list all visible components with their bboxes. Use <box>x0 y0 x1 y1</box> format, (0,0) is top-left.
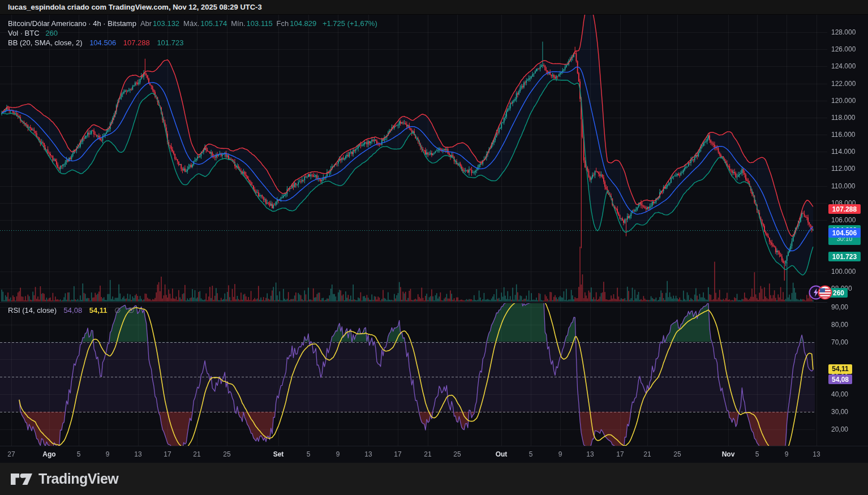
price-tick-label: 110.000 <box>831 182 856 190</box>
time-tick-label: 21 <box>424 446 431 462</box>
symbol-legend-row[interactable]: Bitcoin/Dólar Americano · 4h · BitstampA… <box>8 19 377 28</box>
rsi-tick-label: 70,00 <box>831 338 848 346</box>
price-tick-label: 128.000 <box>831 28 856 36</box>
ohlc-field-value: 104.829 <box>290 19 316 28</box>
price-badge-value: 104.506 <box>832 229 857 237</box>
ohlc-field-label: Máx. <box>183 19 199 28</box>
bb-label: BB (20, SMA, close, 2) <box>8 38 83 47</box>
footer-bar: TradingView <box>0 463 868 495</box>
ohlc-field-value: 105.174 <box>200 19 227 28</box>
time-tick-label: 9 <box>785 446 789 462</box>
rsi-legend-row[interactable]: RSI (14, close) 54,08 54,11 ∅ ∅ <box>8 306 135 315</box>
rsi-tick-label: 80,00 <box>831 321 848 329</box>
time-tick-label: Ago <box>42 446 55 462</box>
time-tick-label: 25 <box>223 446 230 462</box>
rsi-badge: 54,11 <box>828 364 852 374</box>
price-chart-canvas[interactable] <box>0 0 868 463</box>
time-tick-label: 9 <box>106 446 110 462</box>
tradingview-mark-icon <box>10 471 33 488</box>
bb-upper-value: 107.288 <box>123 38 150 47</box>
price-badge: 101.723 <box>828 252 861 261</box>
rsi-empty-2: ∅ <box>128 306 134 315</box>
change-value: +1.725 (+1,67%) <box>323 19 377 28</box>
rsi-tick-label: 20,00 <box>831 425 848 433</box>
time-tick-label: 13 <box>134 446 141 462</box>
time-axis[interactable]: 27Ago5913172125Set5913172125Out591317212… <box>0 446 868 463</box>
price-badge-value: 107.288 <box>832 205 857 213</box>
time-tick-label: 5 <box>529 446 533 462</box>
volume-label: Vol · BTC <box>8 29 40 37</box>
time-tick-label: 9 <box>336 446 340 462</box>
tradingview-logo[interactable]: TradingView <box>10 471 118 488</box>
time-tick-label: Set <box>273 446 284 462</box>
pane-separator[interactable] <box>0 302 827 303</box>
time-tick-label: 13 <box>586 446 594 462</box>
brand-name: TradingView <box>38 471 118 487</box>
time-tick-label: 5 <box>77 446 81 462</box>
time-tick-label: Nov <box>722 446 735 462</box>
price-badge: 107.288 <box>828 204 861 214</box>
price-tick-label: 114.000 <box>831 148 856 156</box>
watermark-text: lucas_espindola criado com TradingView.c… <box>8 3 262 11</box>
rsi-badge: 54,08 <box>828 375 852 384</box>
volume-legend-row[interactable]: Vol · BTC 260 <box>8 29 58 37</box>
time-tick-label: 17 <box>164 446 171 462</box>
us-flag-icon <box>818 285 832 302</box>
watermark-bar: lucas_espindola criado com TradingView.c… <box>0 0 868 15</box>
time-tick-label: 25 <box>673 446 681 462</box>
price-tick-label: 116.000 <box>831 131 856 139</box>
symbol-title: Bitcoin/Dólar Americano · 4h · Bitstamp <box>8 19 136 28</box>
ohlc-field-label: Abr <box>140 19 152 28</box>
ohlc-field-value: 103.115 <box>247 19 273 28</box>
volume-value: 260 <box>45 29 58 37</box>
time-tick-label: 5 <box>307 446 311 462</box>
rsi-empty-1: ∅ <box>114 306 121 315</box>
price-tick-label: 100.000 <box>831 268 856 276</box>
rsi-value: 54,08 <box>64 306 83 315</box>
price-tick-label: 112.000 <box>831 165 856 173</box>
price-tick-label: 120.000 <box>831 97 856 105</box>
ohlc-field-label: Fch <box>277 19 289 28</box>
bb-basis-value: 104.506 <box>89 38 116 47</box>
rsi-tick-label: 30,00 <box>831 408 848 416</box>
tradingview-chart-snapshot: lucas_espindola criado com TradingView.c… <box>0 0 868 495</box>
time-tick-label: 21 <box>643 446 651 462</box>
rsi-tick-label: 90,00 <box>831 303 848 311</box>
time-tick-label: 25 <box>453 446 461 462</box>
price-badge: 104.506 <box>828 228 861 238</box>
time-tick-label: Out <box>496 446 508 462</box>
price-tick-label: 126.000 <box>831 45 856 53</box>
rsi-ma-value: 54,11 <box>89 306 108 315</box>
ohlc-field-label: Mín. <box>231 19 245 28</box>
bb-legend-row[interactable]: BB (20, SMA, close, 2) 104.506 107.288 1… <box>8 38 183 47</box>
time-tick-label: 17 <box>394 446 401 462</box>
price-tick-label: 122.000 <box>831 80 856 88</box>
price-tick-label: 118.000 <box>831 114 856 122</box>
time-tick-label: 13 <box>813 446 820 462</box>
time-tick-label: 27 <box>7 446 15 462</box>
bb-lower-value: 101.723 <box>157 38 183 47</box>
time-tick-label: 5 <box>755 446 759 462</box>
rsi-label: RSI (14, close) <box>8 306 57 315</box>
ohlc-field-value: 103.132 <box>153 19 179 28</box>
time-tick-label: 21 <box>193 446 200 462</box>
time-tick-label: 13 <box>364 446 372 462</box>
price-tick-label: 106.000 <box>831 216 856 224</box>
price-badge-value: 101.723 <box>832 253 857 261</box>
price-tick-label: 124.000 <box>831 62 856 70</box>
time-tick-label: 17 <box>616 446 624 462</box>
time-tick-label: 9 <box>558 446 562 462</box>
rsi-tick-label: 40,00 <box>831 390 848 398</box>
